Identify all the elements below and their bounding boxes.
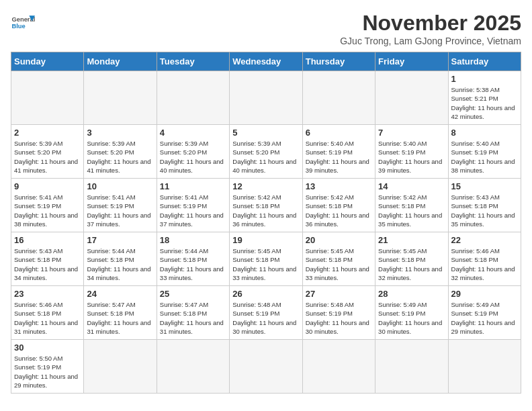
day-cell: 17Sunrise: 5:44 AM Sunset: 5:18 PM Dayli…	[84, 232, 157, 286]
day-info: Sunrise: 5:45 AM Sunset: 5:18 PM Dayligh…	[378, 246, 445, 282]
page-header: General Blue November 2025 GJuc Trong, L…	[11, 11, 521, 46]
day-number: 20	[306, 235, 372, 245]
day-info: Sunrise: 5:39 AM Sunset: 5:20 PM Dayligh…	[87, 139, 153, 175]
calendar-table: SundayMondayTuesdayWednesdayThursdayFrid…	[11, 52, 521, 394]
day-info: Sunrise: 5:46 AM Sunset: 5:18 PM Dayligh…	[451, 246, 518, 282]
day-info: Sunrise: 5:38 AM Sunset: 5:21 PM Dayligh…	[451, 85, 518, 121]
title-area: November 2025 GJuc Trong, Lam GJong Prov…	[340, 11, 521, 46]
day-cell	[448, 340, 521, 394]
day-info: Sunrise: 5:47 AM Sunset: 5:18 PM Dayligh…	[160, 300, 226, 336]
day-info: Sunrise: 5:39 AM Sunset: 5:20 PM Dayligh…	[14, 139, 81, 175]
day-info: Sunrise: 5:46 AM Sunset: 5:18 PM Dayligh…	[14, 300, 81, 336]
day-cell: 23Sunrise: 5:46 AM Sunset: 5:18 PM Dayli…	[11, 286, 84, 340]
day-number: 24	[87, 289, 153, 299]
week-row-1: 1Sunrise: 5:38 AM Sunset: 5:21 PM Daylig…	[11, 71, 521, 125]
subtitle: GJuc Trong, Lam GJong Province, Vietnam	[340, 36, 521, 46]
day-info: Sunrise: 5:45 AM Sunset: 5:18 PM Dayligh…	[306, 246, 372, 282]
day-number: 6	[306, 128, 372, 138]
weekday-header-tuesday: Tuesday	[157, 52, 229, 71]
day-cell: 5Sunrise: 5:39 AM Sunset: 5:20 PM Daylig…	[230, 125, 302, 179]
month-title: November 2025	[340, 11, 521, 36]
day-cell: 3Sunrise: 5:39 AM Sunset: 5:20 PM Daylig…	[84, 125, 157, 179]
day-cell	[230, 71, 302, 125]
week-row-3: 9Sunrise: 5:41 AM Sunset: 5:19 PM Daylig…	[11, 179, 521, 232]
week-row-2: 2Sunrise: 5:39 AM Sunset: 5:20 PM Daylig…	[11, 125, 521, 179]
day-number: 2	[14, 128, 81, 138]
day-number: 10	[87, 181, 153, 191]
day-cell: 9Sunrise: 5:41 AM Sunset: 5:19 PM Daylig…	[11, 179, 84, 232]
day-info: Sunrise: 5:42 AM Sunset: 5:18 PM Dayligh…	[232, 193, 299, 228]
day-number: 7	[378, 128, 445, 138]
day-info: Sunrise: 5:48 AM Sunset: 5:19 PM Dayligh…	[306, 300, 372, 336]
day-number: 1	[451, 74, 518, 84]
day-number: 19	[232, 235, 299, 245]
day-cell	[375, 340, 448, 394]
day-info: Sunrise: 5:43 AM Sunset: 5:18 PM Dayligh…	[14, 246, 81, 282]
week-row-5: 23Sunrise: 5:46 AM Sunset: 5:18 PM Dayli…	[11, 286, 521, 340]
day-cell: 26Sunrise: 5:48 AM Sunset: 5:19 PM Dayli…	[230, 286, 302, 340]
day-number: 8	[451, 128, 518, 138]
day-info: Sunrise: 5:41 AM Sunset: 5:19 PM Dayligh…	[14, 193, 81, 228]
day-cell: 11Sunrise: 5:41 AM Sunset: 5:19 PM Dayli…	[157, 179, 229, 232]
day-info: Sunrise: 5:40 AM Sunset: 5:19 PM Dayligh…	[306, 139, 372, 175]
day-cell: 19Sunrise: 5:45 AM Sunset: 5:18 PM Dayli…	[230, 232, 302, 286]
day-info: Sunrise: 5:50 AM Sunset: 5:19 PM Dayligh…	[14, 354, 81, 390]
day-cell: 4Sunrise: 5:39 AM Sunset: 5:20 PM Daylig…	[157, 125, 229, 179]
day-cell: 24Sunrise: 5:47 AM Sunset: 5:18 PM Dayli…	[84, 286, 157, 340]
day-number: 29	[451, 289, 518, 299]
weekday-header-wednesday: Wednesday	[230, 52, 302, 71]
week-row-6: 30Sunrise: 5:50 AM Sunset: 5:19 PM Dayli…	[11, 340, 521, 394]
day-cell	[84, 340, 157, 394]
day-number: 21	[378, 235, 445, 245]
day-info: Sunrise: 5:47 AM Sunset: 5:18 PM Dayligh…	[87, 300, 153, 336]
day-info: Sunrise: 5:49 AM Sunset: 5:19 PM Dayligh…	[451, 300, 518, 336]
day-number: 16	[14, 235, 81, 245]
day-cell	[157, 71, 229, 125]
day-number: 14	[378, 181, 445, 191]
day-cell: 29Sunrise: 5:49 AM Sunset: 5:19 PM Dayli…	[448, 286, 521, 340]
day-cell	[84, 71, 157, 125]
day-cell: 8Sunrise: 5:40 AM Sunset: 5:19 PM Daylig…	[448, 125, 521, 179]
svg-text:Blue: Blue	[11, 23, 25, 30]
day-cell	[302, 340, 375, 394]
day-cell: 6Sunrise: 5:40 AM Sunset: 5:19 PM Daylig…	[302, 125, 375, 179]
day-number: 25	[160, 289, 226, 299]
day-cell: 25Sunrise: 5:47 AM Sunset: 5:18 PM Dayli…	[157, 286, 229, 340]
day-number: 23	[14, 289, 81, 299]
day-cell: 30Sunrise: 5:50 AM Sunset: 5:19 PM Dayli…	[11, 340, 84, 394]
day-number: 28	[378, 289, 445, 299]
day-cell: 7Sunrise: 5:40 AM Sunset: 5:19 PM Daylig…	[375, 125, 448, 179]
day-cell	[230, 340, 302, 394]
week-row-4: 16Sunrise: 5:43 AM Sunset: 5:18 PM Dayli…	[11, 232, 521, 286]
day-cell: 20Sunrise: 5:45 AM Sunset: 5:18 PM Dayli…	[302, 232, 375, 286]
weekday-header-row: SundayMondayTuesdayWednesdayThursdayFrid…	[11, 52, 521, 71]
weekday-header-friday: Friday	[375, 52, 448, 71]
day-info: Sunrise: 5:44 AM Sunset: 5:18 PM Dayligh…	[87, 246, 153, 282]
day-cell: 21Sunrise: 5:45 AM Sunset: 5:18 PM Dayli…	[375, 232, 448, 286]
day-number: 3	[87, 128, 153, 138]
day-number: 13	[306, 181, 372, 191]
day-info: Sunrise: 5:42 AM Sunset: 5:18 PM Dayligh…	[378, 193, 445, 228]
day-number: 30	[14, 342, 81, 353]
day-cell	[157, 340, 229, 394]
day-cell: 10Sunrise: 5:41 AM Sunset: 5:19 PM Dayli…	[84, 179, 157, 232]
weekday-header-thursday: Thursday	[302, 52, 375, 71]
day-info: Sunrise: 5:44 AM Sunset: 5:18 PM Dayligh…	[160, 246, 226, 282]
logo-icon: General Blue	[11, 11, 35, 35]
day-cell	[11, 71, 84, 125]
day-cell: 18Sunrise: 5:44 AM Sunset: 5:18 PM Dayli…	[157, 232, 229, 286]
day-number: 4	[160, 128, 226, 138]
day-number: 12	[232, 181, 299, 191]
day-number: 11	[160, 181, 226, 191]
day-info: Sunrise: 5:41 AM Sunset: 5:19 PM Dayligh…	[160, 193, 226, 228]
weekday-header-sunday: Sunday	[11, 52, 84, 71]
day-number: 22	[451, 235, 518, 245]
day-number: 26	[232, 289, 299, 299]
day-cell: 28Sunrise: 5:49 AM Sunset: 5:19 PM Dayli…	[375, 286, 448, 340]
weekday-header-monday: Monday	[84, 52, 157, 71]
day-info: Sunrise: 5:43 AM Sunset: 5:18 PM Dayligh…	[451, 193, 518, 228]
day-cell	[375, 71, 448, 125]
day-number: 9	[14, 181, 81, 191]
day-info: Sunrise: 5:45 AM Sunset: 5:18 PM Dayligh…	[232, 246, 299, 282]
day-cell: 14Sunrise: 5:42 AM Sunset: 5:18 PM Dayli…	[375, 179, 448, 232]
